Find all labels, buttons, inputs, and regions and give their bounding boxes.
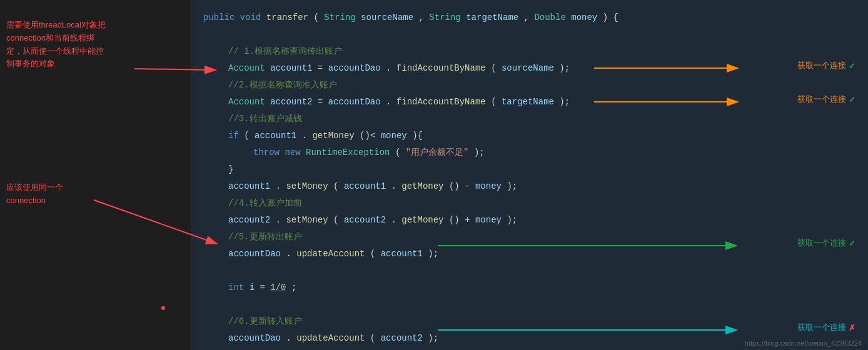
var-account2-getmoney: account2 — [344, 215, 386, 225]
code-line-1: public void transfer ( String sourceName… — [203, 9, 855, 26]
code-line-4: Account account1 = accountDao . findAcco… — [203, 60, 855, 77]
fn-getmoney1: getMoney — [312, 131, 354, 141]
var-accountdao1: accountDao — [328, 63, 381, 73]
type-string2: String — [429, 12, 460, 22]
type-account2: Account — [228, 97, 265, 107]
annotation-connection: 应该使用同一个 connection — [6, 181, 63, 208]
fn-getmoney3: getMoney — [401, 215, 443, 225]
fn-transfer: transfer — [266, 12, 308, 22]
fn-findbyname1: findAccountByName — [396, 63, 486, 73]
comment-3: //3.转出账户减钱 — [228, 114, 302, 124]
comment-1: // 1.根据名称查询传出账户 — [228, 46, 342, 56]
comment-6: //6.更新转入账户 — [228, 316, 302, 326]
num-1-div-0: 1/0 — [270, 282, 286, 292]
right-annotation-2: 获取一个连接 ✓ — [797, 94, 855, 105]
type-runtimeexception: RuntimeException — [306, 148, 390, 158]
fn-updateaccount2: updateAccount — [296, 333, 365, 343]
code-line-16 — [203, 262, 855, 279]
fn-findbyname2: findAccountByName — [396, 97, 486, 107]
type-double: Double — [534, 12, 565, 22]
comment-4: //4.转入账户加前 — [228, 198, 302, 208]
var-targetname-call: targetName — [502, 97, 554, 107]
annotation-threadlocal: 需要使用threadLocal对象把 connection和当前线程绑 定，从而… — [6, 19, 106, 71]
code-line-6: Account account2 = accountDao . findAcco… — [203, 94, 855, 111]
var-money-sub: money — [475, 181, 502, 191]
var-account2-update: account2 — [381, 333, 423, 343]
var-targetname: targetName — [466, 12, 518, 22]
right-annotation-3: 获取一个连接 ✓ — [797, 238, 855, 249]
comment-2: //2.根据名称查询准入账户 — [228, 80, 337, 90]
var-sourcename: sourceName — [361, 12, 413, 22]
code-line-8: if ( account1 . getMoney ()< money ){ — [203, 128, 855, 144]
var-account1-setmoney: account1 — [228, 181, 270, 191]
code-line-14: //5.更新转出账户 — [203, 229, 855, 246]
code-line-2 — [203, 26, 855, 43]
code-line-10: } — [203, 161, 855, 178]
var-accountdao-update2: accountDao — [228, 333, 281, 343]
code-line-12: //4.转入账户加前 — [203, 195, 855, 212]
code-area: public void transfer ( String sourceName… — [191, 0, 868, 350]
code-line-15: accountDao . updateAccount ( account1 ); — [203, 246, 855, 262]
var-i: i — [250, 282, 255, 292]
var-account1-getmoney: account1 — [255, 131, 296, 141]
var-account2-setmoney: account2 — [228, 215, 270, 225]
code-line-7: //3.转出账户减钱 — [203, 111, 855, 128]
fn-setmoney1: setMoney — [286, 181, 328, 191]
keyword-int: int — [228, 282, 244, 292]
code-line-11: account1 . setMoney ( account1 . getMone… — [203, 178, 855, 195]
code-line-19: //6.更新转入账户 — [203, 313, 855, 330]
code-line-3: // 1.根据名称查询传出账户 — [203, 43, 855, 60]
var-accountdao2: accountDao — [328, 97, 381, 107]
var-accountdao-update1: accountDao — [228, 249, 281, 259]
var-account1: account1 — [270, 63, 312, 73]
fn-updateaccount1: updateAccount — [296, 249, 365, 259]
keyword-new: new — [285, 148, 300, 158]
keyword-if: if — [228, 131, 239, 141]
var-money-add: money — [475, 215, 502, 225]
right-annotation-1: 获取一个连接 ✓ — [797, 60, 855, 71]
watermark: https://blog.csdn.net/weixin_42363224 — [745, 339, 862, 347]
crossmark-1: ✗ — [849, 323, 855, 332]
keyword-void: void — [240, 12, 261, 22]
code-line-18 — [203, 296, 855, 313]
checkmark-2: ✓ — [849, 95, 855, 104]
comment-5: //5.更新转出账户 — [228, 232, 302, 242]
var-account1-update: account1 — [381, 249, 423, 259]
str-insufficient: "用户余额不足" — [406, 148, 469, 158]
fn-setmoney2: setMoney — [286, 215, 328, 225]
dot-marker — [161, 306, 165, 310]
var-account1-getmoney2: account1 — [344, 181, 386, 191]
code-line-9: throw new RuntimeException ( "用户余额不足" ); — [203, 144, 855, 161]
var-money-cmp: money — [381, 131, 407, 141]
var-account2: account2 — [270, 97, 312, 107]
keyword-public: public — [203, 12, 235, 22]
code-line-17: int i = 1/0 ; — [203, 279, 855, 296]
checkmark-3: ✓ — [849, 239, 855, 248]
var-money: money — [571, 12, 597, 22]
code-line-5: //2.根据名称查询准入账户 — [203, 77, 855, 94]
type-string1: String — [324, 12, 355, 22]
code-line-13: account2 . setMoney ( account2 . getMone… — [203, 212, 855, 229]
checkmark-1: ✓ — [849, 61, 855, 71]
keyword-throw: throw — [253, 148, 280, 158]
fn-getmoney2: getMoney — [401, 181, 443, 191]
type-account1: Account — [228, 63, 265, 73]
var-sourcename-call: sourceName — [502, 63, 554, 73]
left-panel: 需要使用threadLocal对象把 connection和当前线程绑 定，从而… — [0, 0, 191, 350]
right-annotation-4: 获取一个连接 ✗ — [797, 322, 855, 333]
